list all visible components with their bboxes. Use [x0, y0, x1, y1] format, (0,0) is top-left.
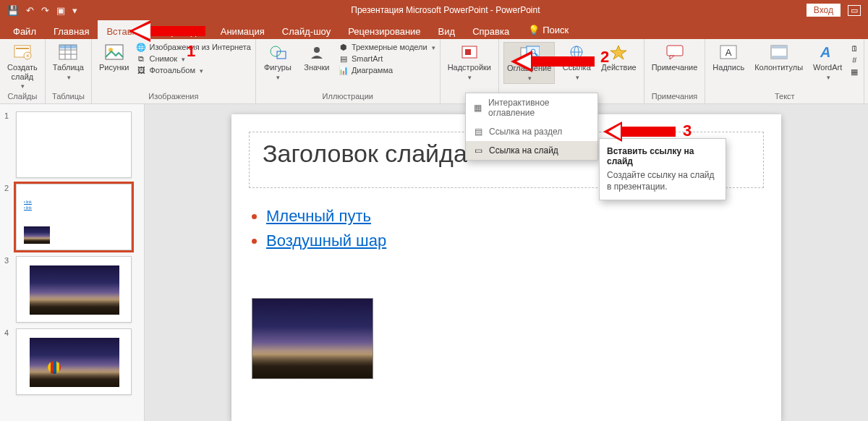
thumbnail-4[interactable] — [16, 328, 132, 395]
smartart-icon: ▤ — [339, 54, 349, 64]
tab-view[interactable]: Вид — [430, 20, 464, 39]
group-label-tables: Таблицы — [50, 92, 87, 102]
svg-text:✳: ✳ — [25, 53, 30, 59]
window-title: Презентация Microsoft PowerPoint - Power… — [85, 5, 807, 15]
hyperlink-milky-way[interactable]: Млечный путь — [266, 207, 371, 225]
group-illustrations: Фигуры Значки ⬢Трехмерные модели ▤SmartA… — [256, 39, 441, 103]
addins-icon — [459, 43, 480, 61]
group-tables: Таблица Таблицы — [46, 39, 92, 103]
chart-button[interactable]: 📊Диаграмма — [339, 65, 435, 75]
svg-rect-9 — [59, 45, 77, 48]
object-icon: ▦ — [849, 67, 859, 77]
object-button[interactable]: ▦ — [849, 67, 859, 77]
slide-image[interactable] — [252, 298, 373, 379]
svg-text:A: A — [726, 47, 732, 58]
header-footer-label: Колонтитулы — [754, 63, 803, 72]
online-pictures-button[interactable]: 🌐Изображения из Интернета — [136, 42, 250, 52]
screenshot-label: Снимок — [149, 54, 177, 63]
section-zoom-icon: ▤ — [473, 127, 483, 137]
zoom-toc-label: Оглавление — [507, 64, 551, 73]
tab-transitions[interactable]: Переходы — [150, 20, 212, 39]
menu-section-link[interactable]: ▤Ссылка на раздел — [466, 122, 597, 141]
slide-zoom-icon: ▭ — [473, 145, 483, 156]
3d-models-label: Трехмерные модели — [352, 43, 427, 51]
addins-button[interactable]: Надстройки — [445, 42, 494, 82]
tab-home[interactable]: Главная — [45, 20, 98, 39]
svg-marker-26 — [670, 56, 674, 59]
tab-animation[interactable]: Анимация — [212, 20, 273, 39]
smartart-button[interactable]: ▤SmartArt — [339, 54, 435, 64]
shapes-button[interactable]: Фигуры — [260, 42, 295, 82]
undo-icon[interactable]: ↶ — [26, 5, 34, 16]
icons-button[interactable]: Значки — [299, 42, 334, 74]
ribbon-options-icon[interactable]: ▭ — [848, 5, 861, 16]
tell-me-search[interactable]: 💡 Поиск — [528, 20, 569, 39]
group-slides: ✳ Создать слайд Слайды — [0, 39, 46, 103]
photo-album-label: Фотоальбом — [149, 66, 195, 75]
group-label-comments: Примечания — [649, 92, 701, 102]
menu-slide-link[interactable]: ▭Ссылка на слайд — [466, 141, 597, 160]
table-button[interactable]: Таблица — [50, 42, 87, 82]
wordart-label: WordArt — [813, 63, 842, 72]
chart-label: Диаграмма — [352, 66, 393, 75]
svg-text:A: A — [819, 44, 833, 60]
group-comments: Примечание Примечания — [644, 39, 706, 103]
group-symbols: Ω Символы — [864, 39, 868, 103]
screenshot-button[interactable]: ⧉Снимок — [136, 54, 250, 64]
thumbnail-3[interactable] — [16, 256, 132, 323]
link-button[interactable]: Ссылка — [559, 42, 594, 82]
svg-rect-13 — [277, 51, 286, 59]
new-slide-icon: ✳ — [12, 43, 33, 61]
redo-icon[interactable]: ↷ — [41, 5, 49, 16]
tab-file[interactable]: Файл — [4, 20, 45, 39]
lightbulb-icon: 💡 — [528, 25, 540, 35]
svg-marker-24 — [610, 46, 626, 59]
header-footer-button[interactable]: Колонтитулы — [752, 42, 806, 74]
pictures-button[interactable]: Рисунки — [96, 42, 132, 74]
workspace: 1 2 • link• link 3 4 Заголовок слайда Мл… — [0, 104, 868, 421]
3d-models-icon: ⬢ — [339, 42, 349, 52]
qat-more-icon[interactable]: ▾ — [72, 5, 77, 16]
slide-number-button[interactable]: # — [849, 55, 859, 65]
icons-icon — [307, 43, 327, 61]
slide-thumbnails: 1 2 • link• link 3 4 — [0, 104, 145, 421]
date-time-button[interactable]: 🗓 — [849, 43, 859, 54]
ribbon: ✳ Создать слайд Слайды Таблица Таблицы Р… — [0, 39, 868, 104]
thumbnail-2[interactable]: • link• link — [16, 184, 132, 250]
wordart-button[interactable]: A WordArt — [810, 42, 845, 82]
tab-insert[interactable]: Вставка — [98, 20, 150, 39]
tab-help[interactable]: Справка — [464, 20, 518, 39]
svg-rect-31 — [771, 56, 787, 59]
chart-icon: 📊 — [339, 65, 349, 75]
comment-button[interactable]: Примечание — [649, 42, 701, 74]
menu-interactive-toc[interactable]: ▦Интерактивное оглавление — [466, 93, 597, 122]
tooltip-body: Создайте ссылку на слайд в презентации. — [607, 170, 715, 192]
tab-slideshow[interactable]: Слайд-шоу — [273, 20, 339, 39]
save-icon[interactable]: 💾 — [7, 5, 19, 16]
thumbnail-1[interactable] — [16, 111, 132, 178]
thumb-number: 2 — [4, 184, 12, 192]
start-show-icon[interactable]: ▣ — [56, 5, 65, 16]
content-placeholder[interactable]: Млечный путь Воздушный шар — [252, 207, 386, 256]
3d-models-button[interactable]: ⬢Трехмерные модели — [339, 42, 435, 52]
photo-album-button[interactable]: 🖼Фотоальбом — [136, 65, 250, 75]
sign-in-button[interactable]: Вход — [807, 4, 841, 17]
action-button[interactable]: Действие — [598, 42, 639, 74]
slide-number-icon: # — [849, 55, 859, 65]
svg-rect-10 — [106, 45, 123, 59]
link-label: Ссылка — [563, 63, 591, 72]
menu-section-link-label: Ссылка на раздел — [489, 127, 562, 137]
thumb-number: 4 — [4, 328, 12, 337]
zoom-toc-button[interactable]: Оглавление — [503, 42, 555, 84]
group-images: Рисунки 🌐Изображения из Интернета ⧉Снимо… — [92, 39, 256, 103]
tab-review[interactable]: Рецензирование — [339, 20, 429, 39]
textbox-button[interactable]: A Надпись — [710, 42, 747, 74]
header-footer-icon — [769, 43, 789, 61]
thumb-number: 1 — [4, 111, 12, 120]
addins-label: Надстройки — [448, 63, 491, 72]
hyperlink-balloon[interactable]: Воздушный шар — [266, 231, 386, 250]
zoom-toc-icon — [519, 44, 540, 61]
new-slide-button[interactable]: ✳ Создать слайд — [4, 42, 41, 92]
action-icon — [608, 43, 629, 61]
menu-slide-link-label: Ссылка на слайд — [489, 145, 558, 156]
